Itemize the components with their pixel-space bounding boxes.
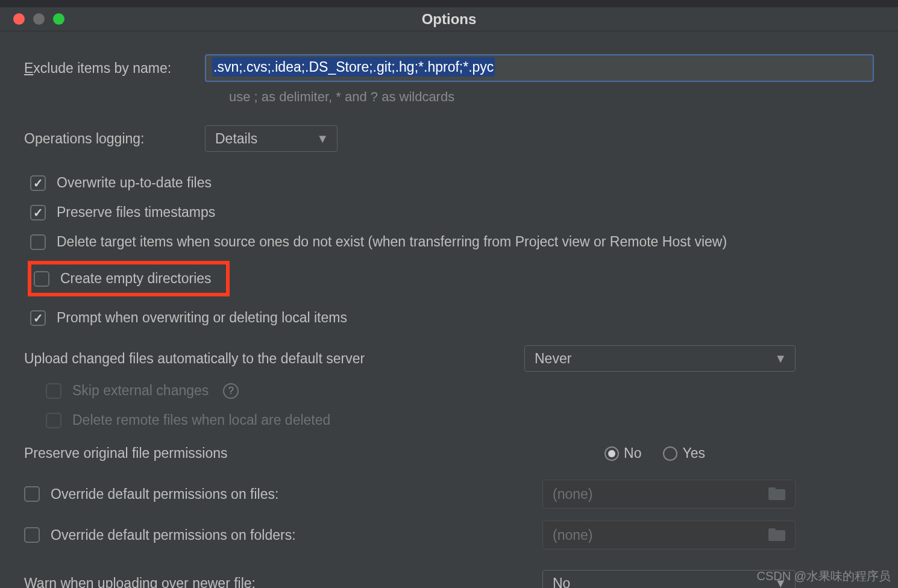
- folder-icon[interactable]: [768, 528, 785, 542]
- delete-target-checkbox-row: Delete target items when source ones do …: [30, 234, 874, 250]
- chevron-down-icon: ▼: [316, 132, 328, 146]
- logging-label: Operations logging:: [24, 131, 205, 147]
- overwrite-checkbox-row: Overwrite up-to-date files: [30, 175, 874, 191]
- upload-value: Never: [535, 351, 571, 367]
- skip-external-row: Skip external changes ?: [46, 383, 874, 399]
- exclude-row: Exclude items by name: .svn;.cvs;.idea;.…: [24, 54, 874, 82]
- logging-value: Details: [215, 131, 257, 147]
- titlebar: Options: [0, 7, 898, 31]
- exclude-label: Exclude items by name:: [24, 60, 205, 77]
- prompt-label: Prompt when overwriting or deleting loca…: [57, 310, 347, 326]
- preserve-perm-yes-option[interactable]: Yes: [663, 445, 705, 461]
- window-title: Options: [0, 11, 898, 28]
- create-empty-label: Create empty directories: [60, 271, 212, 287]
- override-folders-label: Override default permissions on folders:: [51, 527, 296, 543]
- override-files-value: (none): [553, 486, 592, 502]
- override-files-input: (none): [542, 480, 796, 508]
- skip-external-label: Skip external changes: [72, 383, 209, 399]
- warn-newer-label: Warn when uploading over newer file:: [24, 575, 256, 589]
- background-strip: [0, 0, 898, 7]
- overwrite-checkbox[interactable]: [30, 175, 46, 191]
- override-folders-checkbox[interactable]: [24, 527, 40, 543]
- preserve-ts-checkbox[interactable]: [30, 205, 46, 220]
- create-empty-checkbox[interactable]: [34, 271, 49, 287]
- warn-newer-value: No: [553, 575, 570, 589]
- delete-remote-label: Delete remote files when local are delet…: [72, 412, 330, 428]
- delete-remote-row: Delete remote files when local are delet…: [46, 412, 874, 428]
- override-folders-value: (none): [553, 527, 592, 543]
- prompt-checkbox-row: Prompt when overwriting or deleting loca…: [30, 310, 874, 326]
- preserve-perm-radio-group: No Yes: [604, 445, 705, 461]
- preserve-perm-no-option[interactable]: No: [604, 445, 641, 461]
- logging-select[interactable]: Details ▼: [205, 125, 338, 152]
- skip-external-checkbox: [46, 383, 61, 399]
- exclude-hint: use ; as delimiter, * and ? as wildcards: [229, 89, 874, 105]
- preserve-ts-label: Preserve files timestamps: [57, 204, 215, 220]
- preserve-perm-row: Preserve original file permissions No Ye…: [24, 445, 874, 461]
- overwrite-label: Overwrite up-to-date files: [57, 175, 212, 191]
- folder-icon[interactable]: [768, 487, 785, 501]
- override-folders-input: (none): [542, 521, 796, 549]
- watermark: CSDN @水果味的程序员: [756, 568, 891, 584]
- preserve-perm-label: Preserve original file permissions: [24, 445, 227, 461]
- help-icon[interactable]: ?: [223, 383, 239, 399]
- chevron-down-icon: ▼: [774, 352, 787, 366]
- upload-select[interactable]: Never ▼: [524, 345, 796, 372]
- delete-target-checkbox[interactable]: [30, 234, 46, 250]
- override-files-row: Override default permissions on files: (…: [24, 480, 874, 508]
- prompt-checkbox[interactable]: [30, 310, 46, 326]
- create-empty-highlight: Create empty directories: [28, 261, 230, 296]
- delete-target-label: Delete target items when source ones do …: [57, 234, 727, 250]
- exclude-input-value: .svn;.cvs;.idea;.DS_Store;.git;.hg;*.hpr…: [212, 57, 495, 77]
- options-content: Exclude items by name: .svn;.cvs;.idea;.…: [0, 31, 898, 588]
- logging-row: Operations logging: Details ▼: [24, 125, 874, 152]
- radio-unselected-icon: [663, 446, 677, 461]
- warn-newer-row: Warn when uploading over newer file: No …: [24, 570, 874, 588]
- upload-label: Upload changed files automatically to th…: [24, 351, 365, 367]
- override-folders-row: Override default permissions on folders:…: [24, 521, 874, 549]
- radio-selected-icon: [604, 446, 619, 461]
- delete-remote-checkbox: [46, 413, 61, 428]
- override-files-label: Override default permissions on files:: [51, 486, 278, 502]
- preserve-ts-checkbox-row: Preserve files timestamps: [30, 204, 874, 220]
- override-files-checkbox[interactable]: [24, 486, 40, 502]
- exclude-input[interactable]: .svn;.cvs;.idea;.DS_Store;.git;.hg;*.hpr…: [205, 54, 874, 82]
- upload-row: Upload changed files automatically to th…: [24, 345, 874, 372]
